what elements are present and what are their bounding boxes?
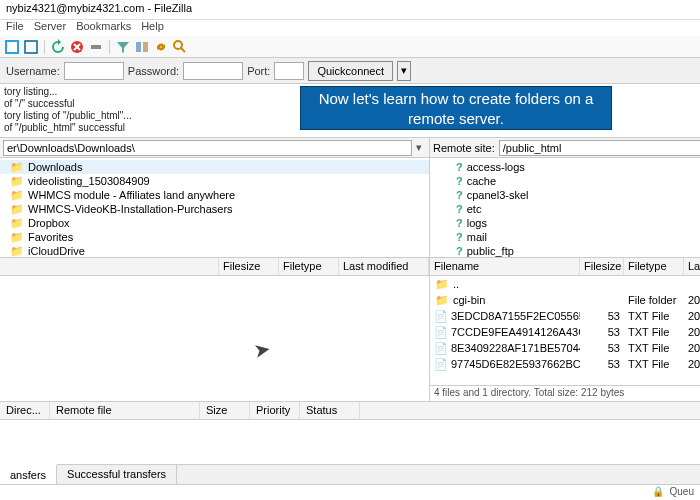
tree-label: Downloads bbox=[28, 160, 82, 174]
toggle-log-icon[interactable] bbox=[23, 39, 39, 55]
col-status[interactable]: Status bbox=[300, 402, 360, 419]
file-row[interactable]: 📁.. bbox=[430, 276, 700, 292]
filter-icon[interactable] bbox=[115, 39, 131, 55]
remote-tree-item[interactable]: ?access-logs bbox=[430, 160, 700, 174]
local-tree-item[interactable]: 📁WHMCS-VideoKB-Installation-Purchasers bbox=[0, 202, 429, 216]
col-direction[interactable]: Direc... bbox=[0, 402, 50, 419]
tree-label: logs bbox=[467, 216, 487, 230]
remote-tree-item[interactable]: ?public_ftp bbox=[430, 244, 700, 258]
file-name: 3EDCD8A7155F2EC055653F... bbox=[451, 310, 580, 323]
local-tree-item[interactable]: 📁iCloudDrive bbox=[0, 244, 429, 258]
file-icon: 📄 bbox=[434, 326, 448, 339]
local-file-list[interactable] bbox=[0, 276, 429, 401]
chevron-down-icon[interactable]: ▾ bbox=[412, 141, 426, 154]
file-name: .. bbox=[453, 278, 459, 291]
local-tree-item[interactable]: 📁WHMCS module - Affiliates land anywhere bbox=[0, 188, 429, 202]
col-size[interactable]: Size bbox=[200, 402, 250, 419]
remote-tree-item[interactable]: ?cpanel3-skel bbox=[430, 188, 700, 202]
file-row[interactable]: 📁cgi-binFile folder2016-07-18 9:41:19 PM… bbox=[430, 292, 700, 308]
local-tree-item[interactable]: 📁videolisting_1503084909 bbox=[0, 174, 429, 188]
col-filetype[interactable]: Filetype bbox=[279, 258, 339, 275]
svg-point-7 bbox=[174, 41, 182, 49]
file-modified: 2016-07-18 9:41:19 PM bbox=[684, 294, 700, 306]
tree-label: Dropbox bbox=[28, 216, 70, 230]
file-type: TXT File bbox=[624, 310, 684, 322]
file-modified: 2016-11-17 1:53:17 AM bbox=[684, 342, 700, 354]
quickconnect-button[interactable]: Quickconnect bbox=[308, 61, 393, 81]
col-lastmod[interactable]: Last modified bbox=[339, 258, 429, 275]
toolbar bbox=[0, 36, 700, 58]
menu-help[interactable]: Help bbox=[141, 20, 164, 36]
file-modified: 2016-11-16 1:53:42 AM bbox=[684, 358, 700, 370]
folder-icon: 📁 bbox=[10, 188, 24, 202]
file-name: 8E3409228AF171BE570445... bbox=[451, 342, 580, 355]
col-lastmod[interactable]: Last modified bbox=[684, 258, 700, 275]
local-tree-item[interactable]: 📁Downloads bbox=[0, 160, 429, 174]
remote-file-header: Filename Filesize Filetype Last modified… bbox=[430, 258, 700, 276]
remote-path-bar: Remote site: ▾ bbox=[430, 138, 700, 158]
tutorial-banner: Now let's learn how to create folders on… bbox=[300, 86, 612, 130]
menu-bookmarks[interactable]: Bookmarks bbox=[76, 20, 131, 36]
file-icon: 📄 bbox=[434, 310, 448, 323]
col-filesize[interactable]: Filesize bbox=[580, 258, 624, 275]
password-input[interactable] bbox=[183, 62, 243, 80]
col-filetype[interactable]: Filetype bbox=[624, 258, 684, 275]
remote-tree-item[interactable]: ?logs bbox=[430, 216, 700, 230]
status-bar: 🔒 Queu bbox=[0, 484, 700, 500]
unknown-icon: ? bbox=[456, 244, 463, 258]
file-type: File folder bbox=[624, 294, 684, 306]
tree-label: WHMCS module - Affiliates land anywhere bbox=[28, 188, 235, 202]
remote-tree-item[interactable]: ?mail bbox=[430, 230, 700, 244]
lock-icon: 🔒 bbox=[652, 486, 664, 499]
file-icon: 📄 bbox=[434, 358, 448, 371]
file-size: 53 bbox=[580, 342, 624, 354]
file-row[interactable]: 📄7CCDE9FEA4914126A43C1A...53TXT File2016… bbox=[430, 324, 700, 340]
col-priority[interactable]: Priority bbox=[250, 402, 300, 419]
refresh-icon[interactable] bbox=[50, 39, 66, 55]
file-row[interactable]: 📄97745D6E82E5937662BC95...53TXT File2016… bbox=[430, 356, 700, 372]
remote-tree-item[interactable]: ?cache bbox=[430, 174, 700, 188]
local-tree-item[interactable]: 📁Favorites bbox=[0, 230, 429, 244]
col-filesize[interactable]: Filesize bbox=[219, 258, 279, 275]
disconnect-icon[interactable] bbox=[88, 39, 104, 55]
cancel-icon[interactable] bbox=[69, 39, 85, 55]
unknown-icon: ? bbox=[456, 202, 463, 216]
col-filename[interactable] bbox=[0, 258, 219, 275]
sitemanager-icon[interactable] bbox=[4, 39, 20, 55]
tab-successful-transfers[interactable]: Successful transfers bbox=[57, 465, 177, 484]
port-input[interactable] bbox=[274, 62, 304, 80]
folder-icon: 📁 bbox=[10, 174, 24, 188]
file-type: TXT File bbox=[624, 326, 684, 338]
file-type: TXT File bbox=[624, 342, 684, 354]
compare-icon[interactable] bbox=[134, 39, 150, 55]
menu-file[interactable]: File bbox=[6, 20, 24, 36]
local-path-input[interactable] bbox=[3, 140, 412, 156]
col-filename[interactable]: Filename bbox=[430, 258, 580, 275]
unknown-icon: ? bbox=[456, 188, 463, 202]
queue-indicator: Queu bbox=[670, 486, 694, 499]
search-icon[interactable] bbox=[172, 39, 188, 55]
password-label: Password: bbox=[128, 65, 179, 77]
col-remotefile[interactable]: Remote file bbox=[50, 402, 200, 419]
file-modified: 2016-11-18 1:53:41 AM bbox=[684, 310, 700, 322]
menu-server[interactable]: Server bbox=[34, 20, 66, 36]
local-tree-item[interactable]: 📁Dropbox bbox=[0, 216, 429, 230]
remote-file-list[interactable]: 📁..📁cgi-binFile folder2016-07-18 9:41:19… bbox=[430, 276, 700, 385]
file-name: 7CCDE9FEA4914126A43C1A... bbox=[451, 326, 580, 339]
queue-body[interactable] bbox=[0, 420, 700, 462]
remote-tree-item[interactable]: ?etc bbox=[430, 202, 700, 216]
sync-icon[interactable] bbox=[153, 39, 169, 55]
quickconnect-dropdown[interactable]: ▾ bbox=[397, 61, 411, 81]
remote-tree[interactable]: ?access-logs?cache?cpanel3-skel?etc?logs… bbox=[430, 158, 700, 258]
tab-failed-transfers[interactable]: ansfers bbox=[0, 464, 57, 484]
username-input[interactable] bbox=[64, 62, 124, 80]
svg-rect-5 bbox=[136, 42, 141, 52]
file-row[interactable]: 📄3EDCD8A7155F2EC055653F...53TXT File2016… bbox=[430, 308, 700, 324]
file-row[interactable]: 📄8E3409228AF171BE570445...53TXT File2016… bbox=[430, 340, 700, 356]
file-icon: 📄 bbox=[434, 342, 448, 355]
file-modified: 2016-11-19 1:53:04 AM bbox=[684, 326, 700, 338]
remote-path-input[interactable] bbox=[499, 140, 700, 156]
tree-label: iCloudDrive bbox=[28, 244, 85, 258]
tree-label: WHMCS-VideoKB-Installation-Purchasers bbox=[28, 202, 233, 216]
local-tree[interactable]: 📁Downloads📁videolisting_1503084909📁WHMCS… bbox=[0, 158, 429, 258]
